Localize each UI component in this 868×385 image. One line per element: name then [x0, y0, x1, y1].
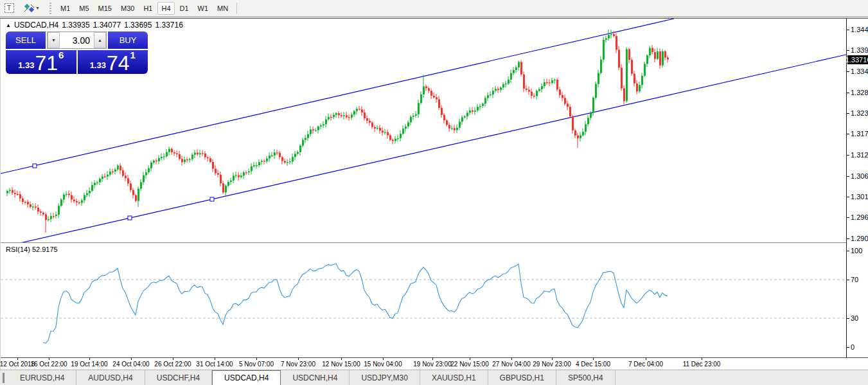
- buy-quote-button[interactable]: 1.33 74 1: [78, 50, 148, 74]
- time-axis-tick: [702, 358, 702, 360]
- ohlc-high: 1.34077: [93, 21, 121, 30]
- rsi-axis-tick: [847, 347, 849, 348]
- time-axis[interactable]: 12 Oct 201816 Oct 22:0019 Oct 14:0024 Oc…: [1, 357, 868, 370]
- one-click-trade-panel: SELL ▼ 3.00 ▲ BUY 1.33 71 6 1.33 74 1: [6, 31, 148, 74]
- rsi-label: RSI(14) 52.9175: [6, 246, 58, 253]
- price-axis-label: 1.30145: [851, 193, 868, 201]
- main-chart-pane[interactable]: ▲ USDCAD,H4 1.33935 1.34077 1.33695 1.33…: [1, 19, 846, 242]
- time-axis-tick: [383, 358, 384, 360]
- time-axis-label: 7 Dec 04:00: [628, 361, 663, 368]
- price-axis-tick: [847, 30, 849, 30]
- price-axis-label: 1.29605: [851, 213, 868, 221]
- triangle-up-icon: ▲: [6, 22, 11, 28]
- time-axis-label: 27 Nov 04:00: [492, 361, 531, 368]
- rsi-pane[interactable]: RSI(14) 52.9175: [1, 244, 846, 357]
- time-axis-label: 16 Oct 22:00: [30, 361, 67, 368]
- timeframe-button-m15[interactable]: M15: [94, 2, 116, 15]
- timeframe-button-d1[interactable]: D1: [176, 2, 193, 15]
- time-axis-tick: [432, 358, 433, 360]
- current-price-tag: 1.33716: [847, 55, 868, 64]
- time-axis-tick: [131, 358, 132, 360]
- chart-tab-usdcad-h4[interactable]: USDCAD,H4: [212, 370, 281, 385]
- time-axis-tick: [470, 358, 470, 360]
- timeframe-button-m30[interactable]: M30: [117, 2, 138, 15]
- time-axis-label: 12 Oct 2018: [0, 361, 35, 368]
- price-axis-tick: [847, 197, 849, 197]
- time-axis-label: 26 Oct 22:00: [154, 361, 191, 368]
- ohlc-open: 1.33935: [62, 21, 89, 30]
- rsi-axis-label: 100: [851, 247, 862, 255]
- chevron-down-icon: ▾: [36, 5, 39, 11]
- chart-tab-sp500-h4[interactable]: SP500,H4: [556, 370, 616, 385]
- time-axis-label: 4 Dec 15:00: [576, 361, 610, 368]
- buy-price-big: 74: [107, 53, 130, 73]
- rsi-axis-tick: [847, 280, 849, 280]
- volume-decrease-button[interactable]: ▼: [48, 32, 60, 48]
- price-axis[interactable]: 1.344951.339551.334001.328601.323201.317…: [846, 19, 868, 370]
- time-axis-label: 5 Nov 07:00: [239, 361, 274, 368]
- timeframe-button-mn[interactable]: MN: [213, 2, 232, 15]
- toolbar-grip[interactable]: [49, 3, 52, 14]
- time-axis-tick: [89, 358, 90, 360]
- chart-tab-audusd-h4[interactable]: AUDUSD,H4: [76, 370, 145, 385]
- sell-price-prefix: 1.33: [18, 60, 34, 70]
- rsi-axis-label: 0: [851, 343, 855, 351]
- arrows-tool-button[interactable]: ▾: [19, 2, 44, 15]
- rsi-axis-label: 70: [851, 276, 858, 283]
- chart-tab-eurusd-h4[interactable]: EURUSD,H4: [8, 370, 76, 385]
- volume-increase-button[interactable]: ▲: [94, 32, 106, 48]
- price-axis-label: 1.30685: [851, 172, 868, 180]
- sell-button[interactable]: SELL: [6, 31, 46, 49]
- chart-tab-bar: EURUSD,H4AUDUSD,H4USDCHF,H4USDCAD,H4USDC…: [0, 370, 868, 385]
- volume-input[interactable]: 3.00: [60, 32, 94, 48]
- price-axis-label: 1.29065: [851, 235, 868, 242]
- time-axis-tick: [593, 358, 594, 360]
- timeframe-button-h4[interactable]: H4: [157, 2, 174, 15]
- chart-title: ▲ USDCAD,H4 1.33935 1.34077 1.33695 1.33…: [6, 21, 183, 30]
- price-axis-tick: [847, 155, 849, 156]
- top-toolbar: T ▾ M1M5M15M30H1H4D1W1MN: [0, 0, 868, 17]
- price-axis-tick: [847, 93, 849, 93]
- sell-price-big: 71: [35, 53, 58, 73]
- time-axis-label: 29 Nov 23:00: [533, 361, 571, 368]
- ohlc-low: 1.33695: [124, 21, 152, 30]
- price-axis-tick: [847, 113, 849, 114]
- time-axis-tick: [646, 358, 646, 360]
- timeframe-button-h1[interactable]: H1: [139, 2, 156, 15]
- chart-tab-usdchf-h4[interactable]: USDCHF,H4: [145, 370, 212, 385]
- price-axis-tick: [847, 217, 849, 218]
- time-axis-tick: [256, 358, 257, 360]
- time-axis-tick: [173, 358, 173, 360]
- price-axis-label: 1.31780: [851, 130, 868, 138]
- chart-tab-gbpusd-h1[interactable]: GBPUSD,H1: [488, 370, 556, 385]
- buy-price-pipette: 1: [130, 51, 136, 59]
- timeframe-button-m1[interactable]: M1: [57, 2, 74, 15]
- rsi-axis-label: 30: [851, 314, 858, 322]
- timeframe-toolbar: M1M5M15M30H1H4D1W1MN: [56, 2, 233, 15]
- time-axis-tick: [341, 358, 342, 360]
- chart-tab-usdjpy-m30[interactable]: USDJPY,M30: [350, 370, 420, 385]
- volume-stepper: ▼ 3.00 ▲: [47, 31, 107, 49]
- rsi-axis-tick: [847, 251, 849, 251]
- time-axis-label: 11 Dec 23:00: [683, 361, 721, 368]
- time-axis-tick: [17, 358, 18, 360]
- time-axis-tick: [215, 358, 215, 360]
- time-axis-tick: [49, 358, 49, 360]
- rsi-chart[interactable]: [1, 244, 846, 357]
- chart-tab-xauusd-h1[interactable]: XAUUSD,H1: [420, 370, 488, 385]
- sell-quote-button[interactable]: 1.33 71 6: [6, 50, 76, 74]
- toolbar-separator: [236, 3, 237, 14]
- timeframe-button-w1[interactable]: W1: [194, 2, 213, 15]
- text-tool-button[interactable]: T: [1, 2, 17, 15]
- buy-price-prefix: 1.33: [90, 60, 106, 70]
- time-axis-label: 19 Oct 14:00: [71, 361, 107, 368]
- timeframe-button-m5[interactable]: M5: [75, 2, 93, 15]
- chart-tab-usdcnh-h4[interactable]: USDCNH,H4: [281, 370, 350, 385]
- time-axis-label: 19 Nov 23:00: [413, 361, 452, 368]
- price-axis-label: 1.34495: [851, 26, 868, 33]
- price-axis-tick: [847, 176, 849, 177]
- time-axis-label: 24 Oct 04:00: [112, 361, 149, 368]
- buy-button[interactable]: BUY: [108, 31, 148, 49]
- time-axis-label: 22 Nov 15:00: [450, 361, 489, 368]
- price-axis-tick: [847, 71, 849, 72]
